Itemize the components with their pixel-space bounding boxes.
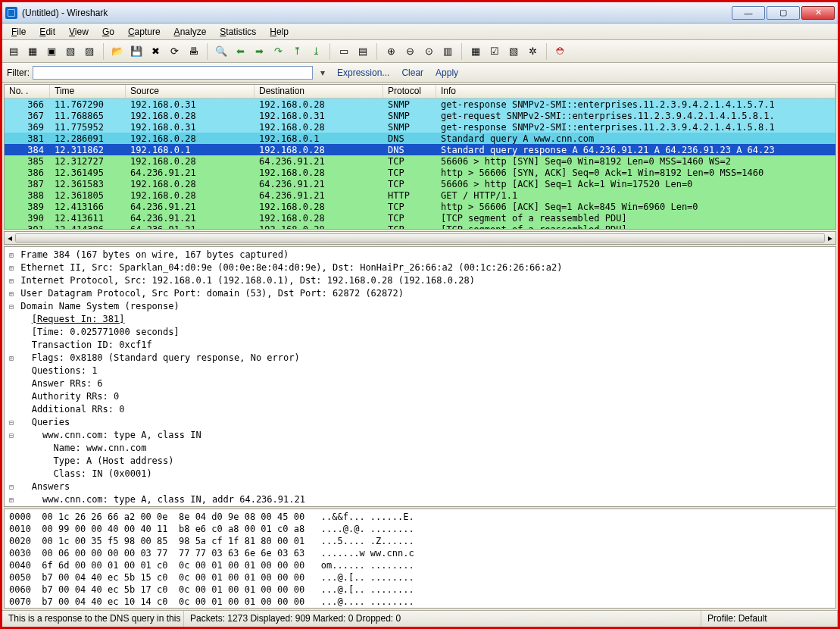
packet-row[interactable]: 38612.36149564.236.91.21192.168.0.28TCPh… xyxy=(5,167,835,178)
packet-row[interactable]: 38112.286091192.168.0.28192.168.0.1DNSSt… xyxy=(5,133,835,144)
packet-row[interactable]: 36911.775952192.168.0.31192.168.0.28SNMP… xyxy=(5,121,835,133)
detail-line[interactable]: ⊟ Answers xyxy=(8,480,832,493)
reload-icon[interactable]: ⟳ xyxy=(166,43,183,60)
detail-line[interactable]: Name: www.cnn.com xyxy=(8,442,832,455)
packet-row[interactable]: 38712.361583192.168.0.2864.236.91.21TCP5… xyxy=(5,178,835,189)
menu-help[interactable]: Help xyxy=(264,25,295,39)
detail-line[interactable]: [Request In: 381] xyxy=(8,313,832,326)
resize-columns-icon[interactable]: ▥ xyxy=(439,43,456,60)
hex-line[interactable]: 0010 00 99 00 00 40 00 40 11 b8 e6 c0 a8… xyxy=(9,523,831,535)
detail-line[interactable]: ⊞ Frame 384 (167 bytes on wire, 167 byte… xyxy=(8,249,832,261)
scroll-thumb[interactable] xyxy=(15,233,825,243)
filter-input[interactable] xyxy=(33,66,313,80)
zoom-out-icon[interactable]: ⊖ xyxy=(401,43,418,60)
menu-analyze[interactable]: Analyze xyxy=(168,25,213,39)
expression-button[interactable]: Expression... xyxy=(333,67,394,78)
toolbar: ▤ ▦ ▣ ▧ ▨ 📂 💾 ✖ ⟳ 🖶 🔍 ⬅ ➡ ↷ ⤒ ⤓ ▭ ▤ ⊕ ⊖ … xyxy=(2,40,838,63)
detail-line[interactable]: Additional RRs: 0 xyxy=(8,403,832,416)
packet-row[interactable]: 39012.41361164.236.91.21192.168.0.28TCP[… xyxy=(5,212,835,224)
colorize-icon[interactable]: ▭ xyxy=(336,43,352,60)
detail-line[interactable]: Authority RRs: 0 xyxy=(8,390,832,403)
filter-dropdown-icon[interactable]: ▾ xyxy=(316,67,329,78)
col-header-no[interactable]: No. . xyxy=(5,85,50,98)
close-button[interactable]: ✕ xyxy=(801,6,835,20)
packet-bytes-pane[interactable]: 0000 00 1c 26 26 66 a2 00 0e 8e 04 d0 9e… xyxy=(4,509,836,609)
detail-line[interactable]: Class: IN (0x0001) xyxy=(8,468,832,480)
apply-button[interactable]: Apply xyxy=(431,67,463,78)
minimize-button[interactable]: — xyxy=(732,6,765,20)
detail-line[interactable]: Transaction ID: 0xcf1f xyxy=(8,339,832,352)
options-icon[interactable]: ▦ xyxy=(24,43,41,60)
packet-row[interactable]: 38412.311862192.168.0.1192.168.0.28DNSSt… xyxy=(5,144,835,155)
packet-row[interactable]: 38512.312727192.168.0.2864.236.91.21TCP5… xyxy=(5,155,835,167)
menu-go[interactable]: Go xyxy=(96,25,120,39)
packet-row[interactable]: 38912.41316664.236.91.21192.168.0.28TCPh… xyxy=(5,201,835,212)
packet-detail-pane[interactable]: ⊞ Frame 384 (167 bytes on wire, 167 byte… xyxy=(4,246,836,507)
col-header-time[interactable]: Time xyxy=(50,85,126,98)
interfaces-icon[interactable]: ▤ xyxy=(5,43,22,60)
find-icon[interactable]: 🔍 xyxy=(213,43,230,60)
detail-line[interactable]: Type: A (Host address) xyxy=(8,455,832,468)
packet-row[interactable]: 39112.41438664.236.91.21192.168.0.28TCP[… xyxy=(5,224,835,229)
detail-line[interactable]: ⊞ Internet Protocol, Src: 192.168.0.1 (1… xyxy=(8,274,832,287)
capture-filters-icon[interactable]: ▦ xyxy=(467,43,484,60)
horizontal-scrollbar[interactable]: ◂ ▸ xyxy=(4,231,836,245)
scroll-right-icon[interactable]: ▸ xyxy=(825,233,835,243)
maximize-button[interactable]: ▢ xyxy=(767,6,800,20)
hex-line[interactable]: 0000 00 1c 26 26 66 a2 00 0e 8e 04 d0 9e… xyxy=(9,511,831,523)
coloring-rules-icon[interactable]: ▧ xyxy=(505,43,522,60)
col-header-protocol[interactable]: Protocol xyxy=(383,85,436,98)
scroll-left-icon[interactable]: ◂ xyxy=(5,233,15,243)
close-file-icon[interactable]: ✖ xyxy=(147,43,164,60)
hex-line[interactable]: 0020 00 1c 00 35 f5 98 00 85 98 5a cf 1f… xyxy=(9,535,831,547)
hex-line[interactable]: 0040 6f 6d 00 00 01 00 01 c0 0c 00 01 00… xyxy=(9,559,831,571)
start-capture-icon[interactable]: ▣ xyxy=(43,43,60,60)
back-icon[interactable]: ⬅ xyxy=(232,43,248,60)
menu-capture[interactable]: Capture xyxy=(122,25,167,39)
packet-list-body[interactable]: 36611.767290192.168.0.31192.168.0.28SNMP… xyxy=(5,99,835,229)
open-icon[interactable]: 📂 xyxy=(109,43,126,60)
zoom-reset-icon[interactable]: ⊙ xyxy=(420,43,437,60)
help-icon[interactable]: ⛑ xyxy=(552,43,569,60)
menu-edit[interactable]: Edit xyxy=(33,25,61,39)
stop-capture-icon[interactable]: ▧ xyxy=(62,43,79,60)
restart-capture-icon[interactable]: ▨ xyxy=(81,43,98,60)
autoscroll-icon[interactable]: ▤ xyxy=(354,43,371,60)
menu-statistics[interactable]: Statistics xyxy=(214,25,262,39)
goto-icon[interactable]: ↷ xyxy=(270,43,286,60)
col-header-destination[interactable]: Destination xyxy=(254,85,383,98)
detail-line[interactable]: ⊞ User Datagram Protocol, Src Port: doma… xyxy=(8,287,832,300)
go-first-icon[interactable]: ⤒ xyxy=(289,43,305,60)
hex-line[interactable]: 0070 b7 00 04 40 ec 10 14 c0 0c 00 01 00… xyxy=(9,596,831,608)
status-left: This is a response to the DNS query in t… xyxy=(2,611,184,627)
menu-view[interactable]: View xyxy=(63,25,95,39)
detail-line[interactable]: ⊞ Flags: 0x8180 (Standard query response… xyxy=(8,352,832,365)
go-last-icon[interactable]: ⤓ xyxy=(308,43,324,60)
clear-button[interactable]: Clear xyxy=(397,67,428,78)
detail-line[interactable]: Answer RRs: 6 xyxy=(8,377,832,390)
preferences-icon[interactable]: ✲ xyxy=(524,43,541,60)
detail-line[interactable]: [Time: 0.025771000 seconds] xyxy=(8,326,832,339)
detail-line[interactable]: ⊟ www.cnn.com: type A, class IN xyxy=(8,429,832,442)
titlebar[interactable]: (Untitled) - Wireshark — ▢ ✕ xyxy=(2,2,838,23)
packet-row[interactable]: 36611.767290192.168.0.31192.168.0.28SNMP… xyxy=(5,99,835,110)
detail-line[interactable]: ⊞ www.cnn.com: type A, class IN, addr 64… xyxy=(8,493,832,506)
packet-row[interactable]: 36711.768865192.168.0.28192.168.0.31SNMP… xyxy=(5,110,835,121)
hex-line[interactable]: 0060 b7 00 04 40 ec 5b 17 c0 0c 00 01 00… xyxy=(9,584,831,596)
detail-line[interactable]: Questions: 1 xyxy=(8,365,832,377)
detail-line[interactable]: ⊟ Domain Name System (response) xyxy=(8,300,832,313)
packet-row[interactable]: 38812.361805192.168.0.2864.236.91.21HTTP… xyxy=(5,189,835,201)
detail-line[interactable]: ⊟ Queries xyxy=(8,416,832,429)
display-filters-icon[interactable]: ☑ xyxy=(486,43,503,60)
detail-line[interactable]: ⊞ Ethernet II, Src: Sparklan_04:d0:9e (0… xyxy=(8,261,832,274)
hex-line[interactable]: 0030 00 06 00 00 00 00 03 77 77 77 03 63… xyxy=(9,547,831,559)
hex-line[interactable]: 0050 b7 00 04 40 ec 5b 15 c0 0c 00 01 00… xyxy=(9,571,831,584)
col-header-info[interactable]: Info xyxy=(436,85,835,98)
col-header-source[interactable]: Source xyxy=(126,85,254,98)
status-profile: Profile: Default xyxy=(701,611,838,627)
save-icon[interactable]: 💾 xyxy=(128,43,145,60)
zoom-in-icon[interactable]: ⊕ xyxy=(383,43,399,60)
forward-icon[interactable]: ➡ xyxy=(251,43,267,60)
menu-file[interactable]: File xyxy=(5,25,32,39)
print-icon[interactable]: 🖶 xyxy=(185,43,201,60)
